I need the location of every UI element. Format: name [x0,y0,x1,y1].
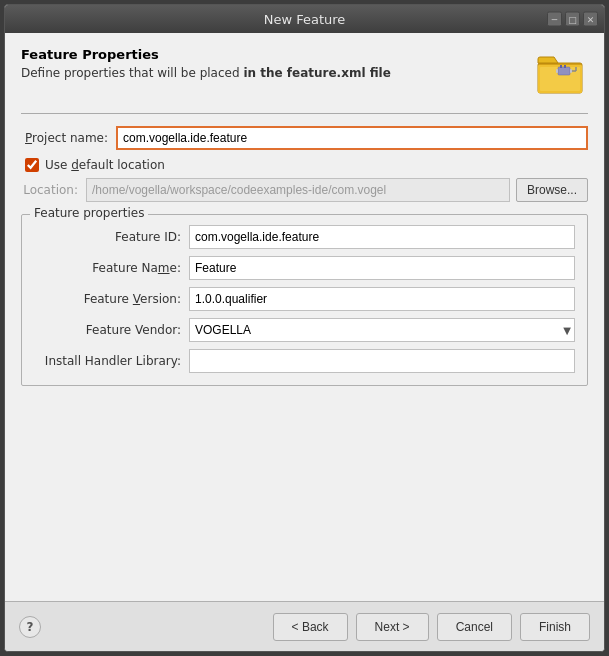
browse-button[interactable]: Browse... [516,178,588,202]
back-button[interactable]: < Back [273,613,348,641]
feature-name-row: Feature Name: [34,256,575,280]
location-row: Location: Browse... [21,178,588,202]
close-button[interactable]: ✕ [583,12,598,27]
project-name-label-text: Project name: [25,131,108,145]
feature-name-input[interactable] [189,256,575,280]
svg-rect-7 [570,69,572,73]
titlebar-buttons: ─ □ ✕ [547,12,598,27]
feature-properties-section: Feature properties Feature ID: Feature N… [21,214,588,386]
section-legend: Feature properties [30,206,148,220]
finish-button[interactable]: Finish [520,613,590,641]
feature-version-label: Feature Version: [34,292,189,306]
cancel-button[interactable]: Cancel [437,613,512,641]
titlebar: New Feature ─ □ ✕ [5,5,604,33]
location-label: Location: [21,183,86,197]
feature-vendor-label-text: Feature Vendor: [86,323,181,337]
feature-vendor-select-wrapper: VOGELLA ▼ [189,318,575,342]
project-name-label: Project name: [21,131,116,145]
project-name-row: Project name: [21,126,588,150]
svg-rect-3 [558,67,570,75]
dialog-window: New Feature ─ □ ✕ Feature Properties Def… [4,4,605,652]
feature-version-row: Feature Version: [34,287,575,311]
feature-version-input[interactable] [189,287,575,311]
feature-id-label: Feature ID: [34,230,189,244]
location-input [86,178,510,202]
header-title: Feature Properties [21,47,526,62]
feature-id-row: Feature ID: [34,225,575,249]
feature-name-label: Feature Name: [34,261,189,275]
use-default-label: Use default location [45,158,165,172]
next-button[interactable]: Next > [356,613,429,641]
feature-id-input[interactable] [189,225,575,249]
feature-vendor-select[interactable]: VOGELLA [189,318,575,342]
install-handler-label-text: Install Handler Library: [45,354,181,368]
titlebar-title: New Feature [264,12,346,27]
header-desc-start: Define properties that will be placed [21,66,243,80]
header-description: Define properties that will be placed in… [21,66,526,80]
maximize-button[interactable]: □ [565,12,580,27]
install-handler-input[interactable] [189,349,575,373]
minimize-button[interactable]: ─ [547,12,562,27]
help-button[interactable]: ? [19,616,41,638]
svg-rect-4 [560,65,562,68]
feature-id-label-text: Feature ID: [115,230,181,244]
install-handler-label: Install Handler Library: [34,354,189,368]
feature-icon [536,47,588,99]
use-default-row: Use default location [25,158,588,172]
feature-vendor-row: Feature Vendor: VOGELLA ▼ [34,318,575,342]
header-section: Feature Properties Define properties tha… [21,47,588,99]
header-divider [21,113,588,114]
dialog-footer: ? < Back Next > Cancel Finish [5,601,604,651]
svg-rect-5 [564,65,566,68]
location-label-text: Location: [23,183,78,197]
feature-vendor-label: Feature Vendor: [34,323,189,337]
use-default-checkbox[interactable] [25,158,39,172]
header-text: Feature Properties Define properties tha… [21,47,526,80]
svg-rect-6 [556,69,558,73]
header-desc-bold: in the feature.xml file [243,66,390,80]
project-name-input[interactable] [116,126,588,150]
main-content: Feature Properties Define properties tha… [5,33,604,601]
install-handler-row: Install Handler Library: [34,349,575,373]
